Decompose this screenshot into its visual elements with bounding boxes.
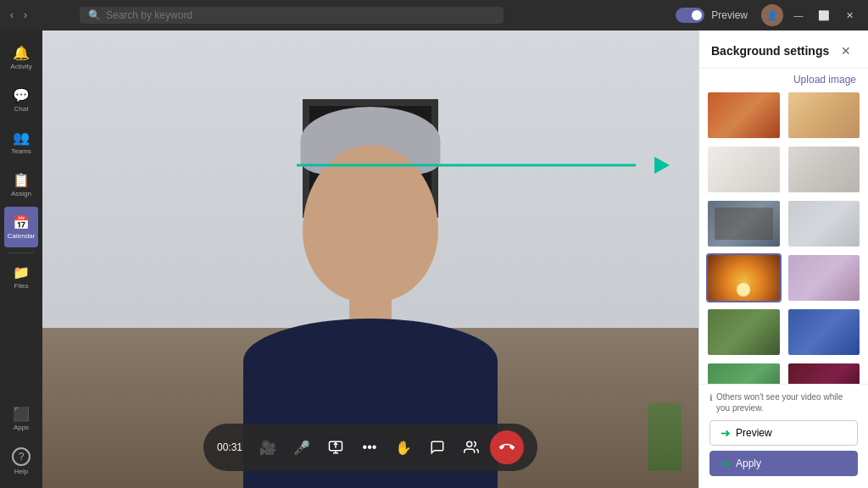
user-avatar[interactable]: 👤 [761,4,783,26]
background-option-2[interactable] [787,91,862,140]
back-button[interactable]: ‹ [7,8,17,23]
preview-note: ℹ Others won't see your video while you … [709,391,858,413]
bg-thumbnail-6 [788,201,860,247]
sidebar-item-label: Files [14,282,29,290]
call-timer: 00:31 [217,441,242,453]
apps-icon: ⬛ [13,406,30,422]
background-option-7[interactable] [706,253,782,302]
controls-bar: 00:31 🎥 🎤 ••• ✋ [203,424,537,471]
upload-image-button[interactable]: Upload image [699,69,868,91]
panel-footer: ℹ Others won't see your video while you … [699,384,868,488]
background-option-5[interactable] [706,199,782,248]
chat-icon: 💬 [13,87,30,103]
sidebar-item-label: Assign [11,190,31,197]
video-area: 00:31 🎥 🎤 ••• ✋ [42,30,698,488]
calendar-icon: 📅 [13,214,30,230]
sidebar-item-label: Teams [11,147,31,155]
bg-thumbnail-4 [788,147,860,192]
end-call-button[interactable] [490,430,524,464]
more-options-button[interactable]: ••• [354,432,385,463]
background-option-3[interactable] [706,145,782,194]
preview-toggle[interactable] [676,8,704,23]
sidebar-item-label: Calendar [8,232,35,240]
window-controls: — ⬜ ✕ [787,3,861,27]
background-option-4[interactable] [787,145,862,194]
help-icon: ? [12,447,31,466]
sidebar-item-assignments[interactable]: 📋 Assign [4,164,38,205]
sidebar-item-apps[interactable]: ⬛ Apps [4,398,38,439]
sidebar-divider [8,252,34,253]
bg-thumbnail-11 [708,363,780,384]
sidebar-item-help[interactable]: ? Help [4,441,38,481]
sidebar-item-chat[interactable]: 💬 Chat [4,80,38,120]
minimize-button[interactable]: — [787,3,810,27]
background-option-6[interactable] [787,199,862,248]
top-bar: ‹ › 🔍 Preview 👤 — ⬜ ✕ [0,0,868,30]
activity-icon: 🔔 [13,45,30,61]
background-option-10[interactable] [787,308,862,357]
bg-thumbnail-2 [788,92,860,138]
apply-arrow-icon: ➜ [721,457,731,470]
bg-thumbnail-10 [788,309,860,355]
sidebar-item-activity[interactable]: 🔔 Activity [4,37,38,78]
backgrounds-grid [699,91,868,384]
nav-controls: ‹ › [0,8,37,23]
preview-label: Preview [711,9,748,21]
search-icon: 🔍 [88,9,101,21]
share-button[interactable] [320,432,351,463]
sidebar-item-label: Help [14,468,28,475]
sidebar-item-files[interactable]: 📁 Files [4,257,38,297]
people-button[interactable] [456,432,487,463]
sidebar-item-label: Apps [14,424,29,431]
panel-title: Background settings [711,44,829,58]
background-option-8[interactable] [787,253,862,302]
background-option-12[interactable] [787,362,862,384]
sidebar-item-label: Activity [10,63,31,70]
sidebar: 🔔 Activity 💬 Chat 👥 Teams 📋 Assign 📅 Cal… [0,30,42,488]
assignments-icon: 📋 [13,172,30,188]
info-icon: ℹ [709,392,713,403]
background-option-11[interactable] [706,362,782,384]
close-button[interactable]: ✕ [837,3,861,27]
chat-button[interactable] [422,432,453,463]
bg-thumbnail-5 [708,201,780,247]
sidebar-item-calendar[interactable]: 📅 Calendar [4,207,38,247]
panel-header: Background settings ✕ [699,30,868,69]
teams-icon: 👥 [13,130,30,146]
search-bar: 🔍 [80,7,504,24]
preview-button-label: Preview [736,427,772,439]
person-video [209,47,531,488]
svg-point-4 [467,441,472,446]
raise-hand-button[interactable]: ✋ [388,432,419,463]
bg-thumbnail-8 [788,255,860,301]
files-icon: 📁 [13,264,30,280]
video-button[interactable]: 🎥 [253,432,283,463]
video-background [42,30,698,488]
mic-button[interactable]: 🎤 [287,432,317,463]
forward-button[interactable]: › [20,8,31,23]
preview-arrow-icon: ➜ [721,426,731,440]
apply-button-label: Apply [736,458,761,469]
plant [648,403,682,471]
preview-toggle-container: Preview [676,8,748,23]
bg-thumbnail-1 [708,92,780,138]
preview-button[interactable]: ➜ Preview [709,420,858,446]
background-option-9[interactable] [706,308,782,357]
background-settings-panel: Background settings ✕ Upload image [698,30,868,488]
close-panel-button[interactable]: ✕ [836,41,856,61]
apply-button[interactable]: ➜ Apply [709,451,858,476]
search-input[interactable] [106,9,495,21]
preview-note-text: Others won't see your video while you pr… [716,391,858,413]
maximize-button[interactable]: ⬜ [812,3,836,27]
bg-thumbnail-12 [788,363,860,384]
bg-thumbnail-9 [708,309,780,355]
sidebar-item-teams[interactable]: 👥 Teams [4,122,38,163]
bg-thumbnail-3 [708,147,780,192]
bg-thumbnail-7 [708,255,780,301]
sidebar-item-label: Chat [14,105,29,113]
background-option-1[interactable] [706,91,782,140]
